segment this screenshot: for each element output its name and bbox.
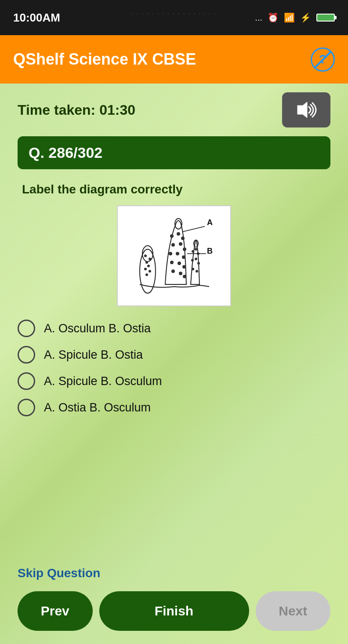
svg-text:A: A [207, 218, 213, 227]
svg-point-26 [194, 240, 198, 247]
svg-point-32 [197, 262, 200, 265]
option-item-b[interactable]: A. Spicule B. Ostia [18, 346, 330, 364]
status-icons: ... ⏰ 📶 ⚡ [255, 12, 335, 23]
option-item-c[interactable]: A. Spicule B. Osculum [18, 372, 330, 390]
svg-point-15 [179, 242, 182, 246]
question-counter-text: Q. 286/302 [29, 144, 102, 161]
svg-point-16 [183, 247, 186, 251]
radio-a[interactable] [18, 320, 35, 337]
svg-point-8 [149, 270, 151, 273]
diagram-svg: A B [121, 210, 227, 302]
option-text-c: A. Spicule B. Osculum [44, 375, 162, 388]
svg-point-5 [145, 261, 148, 264]
radio-c[interactable] [18, 372, 35, 390]
svg-point-18 [176, 252, 179, 255]
svg-point-22 [182, 265, 186, 269]
timer-text: Time taken: 01:30 [18, 102, 135, 118]
svg-point-34 [196, 270, 198, 273]
skip-question[interactable]: Skip Question [18, 566, 330, 580]
notch-indicator: · · · · · · · · · · · · · · · · · [131, 10, 217, 17]
svg-point-7 [144, 268, 147, 270]
app-header: QShelf Science IX CBSE [0, 35, 348, 84]
svg-point-17 [169, 252, 172, 255]
dots-icon: ... [255, 13, 262, 23]
svg-point-19 [182, 255, 185, 259]
bottom-buttons: Prev Finish Next [18, 591, 330, 631]
option-text-a: A. Osculum B. Ostia [44, 322, 151, 335]
svg-point-27 [192, 250, 194, 253]
timer-row: Time taken: 01:30 [18, 92, 330, 127]
finish-button[interactable]: Finish [99, 591, 249, 631]
status-bar: 10:00AM ... ⏰ 📶 ⚡ [0, 0, 348, 35]
help-icon[interactable] [311, 47, 335, 72]
svg-point-3 [144, 255, 147, 257]
svg-point-24 [179, 272, 182, 275]
signal-icon: 📶 [284, 12, 295, 23]
question-counter-bar: Q. 286/302 [18, 136, 330, 169]
svg-point-30 [191, 259, 194, 262]
diagram-container: A B [18, 205, 330, 306]
svg-point-25 [183, 275, 186, 278]
radio-d[interactable] [18, 399, 35, 416]
svg-point-21 [178, 262, 181, 265]
svg-point-2 [142, 246, 153, 262]
option-text-d: A. Ostia B. Osculum [44, 401, 151, 415]
svg-point-23 [171, 269, 175, 273]
svg-point-20 [170, 261, 174, 264]
svg-point-4 [149, 258, 151, 260]
svg-point-6 [147, 265, 150, 267]
svg-point-28 [195, 248, 197, 251]
phone-frame: · · · · · · · · · · · · · · · · · 10:00A… [0, 0, 348, 644]
battery-icon [316, 14, 335, 22]
svg-point-9 [145, 273, 148, 276]
svg-marker-0 [297, 102, 307, 118]
radio-b[interactable] [18, 346, 35, 364]
option-text-b: A. Spicule B. Ostia [44, 348, 143, 362]
lightning-icon: ⚡ [300, 12, 311, 23]
app-title: QShelf Science IX CBSE [13, 50, 196, 69]
svg-point-13 [181, 236, 185, 240]
app-screen: QShelf Science IX CBSE Time taken: 01:30 [0, 35, 348, 644]
svg-text:B: B [207, 247, 213, 255]
svg-point-11 [170, 234, 174, 238]
status-time: 10:00AM [13, 11, 60, 25]
diagram-image: A B [117, 205, 231, 306]
svg-point-31 [195, 258, 197, 260]
svg-point-12 [177, 232, 180, 236]
svg-line-36 [183, 226, 205, 232]
sound-button[interactable] [282, 92, 330, 127]
sound-icon [293, 99, 319, 121]
main-content: Time taken: 01:30 Q. 286/302 La [0, 84, 348, 644]
option-item-d[interactable]: A. Ostia B. Osculum [18, 399, 330, 416]
svg-point-14 [171, 243, 175, 247]
options-list: A. Osculum B. Ostia A. Spicule B. Ostia … [18, 320, 330, 416]
option-item-a[interactable]: A. Osculum B. Ostia [18, 320, 330, 337]
svg-point-33 [192, 268, 194, 270]
alarm-icon: ⏰ [268, 12, 279, 23]
next-button[interactable]: Next [256, 591, 331, 631]
question-text: Label the diagram correctly [18, 182, 330, 196]
prev-button[interactable]: Prev [18, 591, 93, 631]
